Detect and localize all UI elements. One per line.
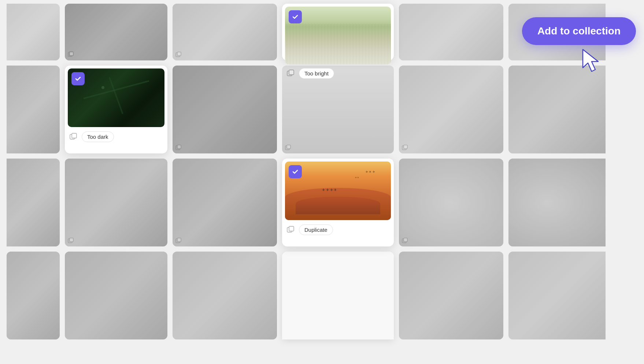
select-checkbox-r3c4[interactable] xyxy=(289,165,302,178)
card-footer-r3c4: Duplicate xyxy=(282,220,394,239)
copy-icon-r2c4 xyxy=(285,144,292,151)
photo-image xyxy=(508,252,606,339)
photo-image xyxy=(65,252,167,339)
svg-rect-10 xyxy=(177,145,181,149)
photo-card-r2c2-selected[interactable]: Too dark xyxy=(65,66,167,153)
photo-image xyxy=(173,252,277,339)
svg-rect-22 xyxy=(404,238,407,242)
photo-image xyxy=(7,4,60,60)
copy-icon-r3c5 xyxy=(402,237,408,244)
card-footer-r2c2: Too dark xyxy=(65,127,167,146)
photo-image xyxy=(399,4,503,60)
photo-image xyxy=(508,159,606,246)
copy-icon xyxy=(68,51,74,58)
duplicate-icon-r3c4 xyxy=(286,225,295,234)
add-to-collection-button[interactable]: Add to collection xyxy=(522,17,636,45)
photo-card-r4c5[interactable] xyxy=(399,252,503,339)
photo-card-r4c3[interactable] xyxy=(173,252,277,339)
copy-icon-r3c3 xyxy=(175,237,182,244)
svg-rect-4 xyxy=(177,52,181,56)
photo-card-r2c1[interactable] xyxy=(7,66,60,153)
photo-image xyxy=(7,252,60,339)
svg-rect-20 xyxy=(289,226,294,231)
photo-image xyxy=(7,159,60,246)
photo-card-r3c3[interactable] xyxy=(173,159,277,246)
svg-rect-14 xyxy=(404,145,407,149)
svg-rect-12 xyxy=(287,145,290,149)
duplicate-icon-r1c4 xyxy=(286,69,295,78)
photo-image xyxy=(173,66,277,153)
copy-icon-r2c5 xyxy=(402,144,408,151)
photo-card-r1c5[interactable] xyxy=(399,4,503,60)
card-footer-r1c4: Too bright xyxy=(282,64,394,82)
photo-image xyxy=(508,66,606,153)
photo-card-r2c3[interactable] xyxy=(173,66,277,153)
photo-image xyxy=(399,252,503,339)
photo-card-r4c2[interactable] xyxy=(65,252,167,339)
photo-card-r3c2[interactable] xyxy=(65,159,167,246)
too-bright-badge: Too bright xyxy=(299,68,334,79)
duplicate-badge: Duplicate xyxy=(299,224,333,235)
photo-image xyxy=(65,159,167,246)
photo-card-r4c4 xyxy=(282,252,394,339)
photo-card-r3c4-selected[interactable]: ✈ ✈ ✈ ✈ ✈ ✈ ✈ ✈ ✈ Duplicate xyxy=(282,159,394,246)
svg-rect-16 xyxy=(70,238,73,242)
photo-card-r1c4-selected[interactable]: Too bright xyxy=(282,4,394,60)
photo-card-r3c5[interactable] xyxy=(399,159,503,246)
select-checkbox[interactable] xyxy=(289,10,302,23)
svg-rect-6 xyxy=(289,70,294,75)
duplicate-icon-r2c2 xyxy=(69,132,78,141)
photo-image xyxy=(173,4,277,60)
photo-image xyxy=(399,159,503,246)
photo-image xyxy=(173,159,277,246)
select-checkbox-r2c2[interactable] xyxy=(71,72,85,85)
photo-card-r4c1[interactable] xyxy=(7,252,60,339)
photo-image xyxy=(65,4,167,60)
photo-card-r1c3[interactable] xyxy=(173,4,277,60)
photo-image-placeholder xyxy=(282,252,394,339)
photo-image xyxy=(399,66,503,153)
photo-card-r2c5[interactable] xyxy=(399,66,503,153)
copy-icon-r2c3 xyxy=(175,144,182,151)
copy-icon xyxy=(175,51,182,58)
cursor-pointer xyxy=(580,48,604,77)
photo-card-r3c1[interactable] xyxy=(7,159,60,246)
photo-image xyxy=(7,66,60,153)
copy-icon-r3c2 xyxy=(68,237,74,244)
photo-card-r3c6[interactable] xyxy=(508,159,606,246)
svg-rect-8 xyxy=(72,133,77,138)
too-dark-badge: Too dark xyxy=(82,131,114,142)
photo-card-r1c2[interactable] xyxy=(65,4,167,60)
svg-rect-18 xyxy=(177,238,181,242)
photo-card-r2c6[interactable] xyxy=(508,66,606,153)
photo-card-r4c6[interactable] xyxy=(508,252,606,339)
photo-card-r1c1[interactable] xyxy=(7,4,60,60)
